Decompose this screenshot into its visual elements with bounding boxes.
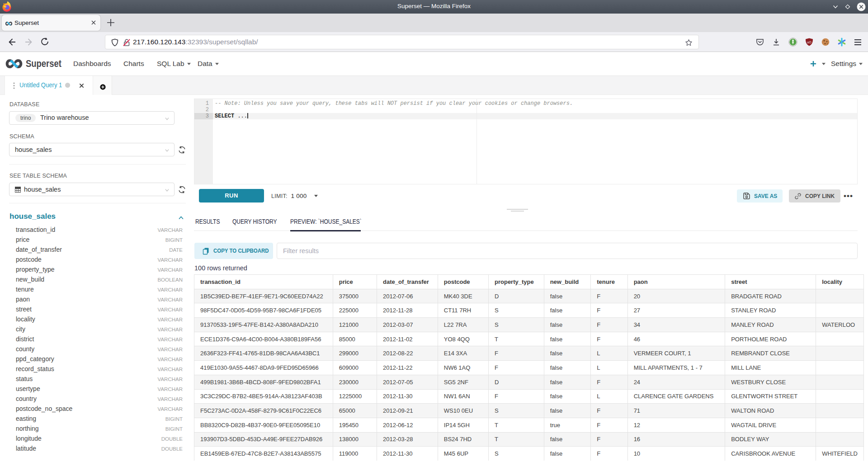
svg-text:uO: uO — [807, 41, 811, 44]
